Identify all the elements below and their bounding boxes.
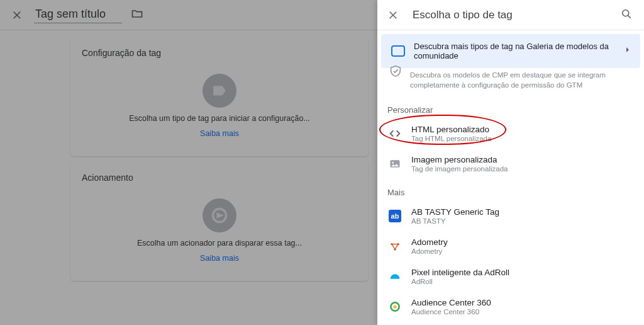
tag-imagem-personalizada[interactable]: Imagem personalizada Tag de imagem perso…	[377, 149, 644, 179]
gallery-banner-text: Descubra mais tipos de tag na Galeria de…	[414, 42, 614, 60]
close-icon[interactable]	[10, 8, 25, 23]
image-icon	[387, 156, 402, 171]
svg-point-9	[394, 305, 397, 309]
trigger-placeholder-icon	[203, 198, 236, 232]
tag-item-sub: Tag de imagem personalizada	[411, 165, 508, 173]
gallery-icon	[391, 45, 405, 57]
code-icon	[387, 126, 402, 141]
svg-point-4	[392, 162, 394, 164]
cmp-templates-row[interactable]: Descubra os modelos de CMP em destaque q…	[377, 71, 644, 96]
search-icon[interactable]	[620, 8, 633, 23]
card-hint: Escolha um tipo de tag para iniciar a co…	[129, 114, 310, 123]
card-heading: Configuração da tag	[70, 38, 369, 58]
tag-ab-tasty[interactable]: ab AB TASTY Generic Tag AB TASTY	[377, 201, 644, 231]
folder-icon[interactable]	[131, 8, 143, 23]
card-heading: Acionamento	[70, 162, 369, 183]
chevron-right-icon	[623, 45, 633, 57]
drawer-header: Escolha o tipo de tag	[377, 0, 644, 30]
vendor-icon: ab	[387, 208, 402, 224]
vendor-icon	[387, 239, 402, 254]
drawer-close-icon[interactable]	[386, 8, 401, 23]
tag-item-title: Audience Center 360	[411, 298, 491, 307]
tag-item-sub: Tag HTML personalizada	[411, 135, 491, 142]
tag-item-title: HTML personalizado	[411, 125, 491, 134]
learn-more-link[interactable]: Saiba mais	[200, 254, 239, 263]
tag-audience-center[interactable]: Audience Center 360 Audience Center 360	[377, 292, 644, 322]
tag-item-title: AB TASTY Generic Tag	[411, 207, 499, 217]
tag-config-card[interactable]: Configuração da tag Escolha um tipo de t…	[70, 38, 369, 156]
tag-item-title: Imagem personalizada	[411, 155, 508, 164]
tag-item-title: Adometry	[411, 237, 448, 247]
section-mais: Mais	[377, 179, 644, 201]
trigger-card[interactable]: Acionamento Escolha um acionador para di…	[70, 162, 369, 281]
vendor-icon	[387, 269, 402, 284]
tag-item-sub: AB TASTY	[411, 217, 499, 225]
drawer-title: Escolha o tipo de tag	[413, 9, 609, 21]
tag-awin-caminho[interactable]: Caminho AWIN AWIN	[377, 322, 644, 325]
svg-point-1	[623, 9, 629, 16]
section-personalizar: Personalizar	[377, 96, 644, 118]
tag-item-title: Pixel inteligente da AdRoll	[411, 268, 509, 277]
tag-name-input[interactable]	[34, 6, 122, 23]
svg-line-2	[628, 15, 631, 18]
learn-more-link[interactable]: Saiba mais	[200, 129, 239, 138]
tag-adroll[interactable]: Pixel inteligente da AdRoll AdRoll	[377, 261, 644, 292]
tag-type-drawer: Escolha o tipo de tag Descubra mais tipo…	[377, 0, 644, 325]
tag-type-placeholder-icon	[203, 74, 236, 108]
tag-item-sub: AdRoll	[411, 278, 509, 285]
shield-check-icon	[389, 64, 402, 81]
tag-html-personalizado[interactable]: HTML personalizado Tag HTML personalizad…	[377, 118, 644, 149]
vendor-icon	[387, 299, 402, 314]
community-gallery-banner[interactable]: Descubra mais tipos de tag na Galeria de…	[381, 34, 640, 68]
tag-adometry[interactable]: Adometry Adometry	[377, 231, 644, 261]
cmp-desc: Descubra os modelos de CMP em destaque q…	[410, 71, 634, 90]
card-hint: Escolha um acionador para disparar essa …	[137, 239, 302, 248]
tag-item-sub: Adometry	[411, 248, 448, 255]
tag-item-sub: Audience Center 360	[411, 308, 491, 316]
